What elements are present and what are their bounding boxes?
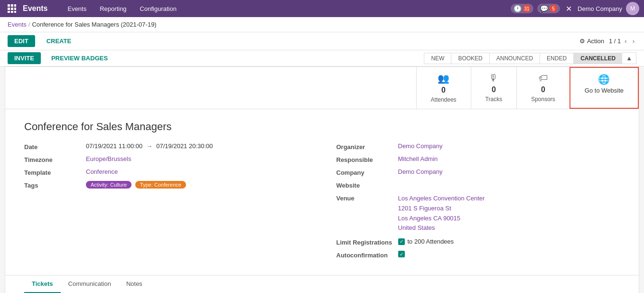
prev-page-button[interactable]: ‹ [623, 37, 628, 46]
invite-button[interactable]: INVITE [8, 52, 41, 64]
svg-rect-0 [8, 4, 10, 7]
limit-reg-value: ✓ to 200 Attendees [398, 238, 454, 245]
autoconfirm-checkbox[interactable]: ✓ [398, 251, 405, 257]
organizer-value[interactable]: Demo Company [398, 142, 443, 150]
company-name[interactable]: Demo Company [578, 5, 622, 12]
organizer-label: Organizer [336, 142, 398, 151]
website-field-row: Website [336, 181, 620, 189]
breadcrumb-parent[interactable]: Events [8, 21, 27, 28]
status-step-announced[interactable]: ANNOUNCED [489, 53, 540, 64]
attendees-button[interactable]: 👥 0 Attendees [416, 67, 471, 109]
limit-reg-field-row: Limit Registrations ✓ to 200 Attendees [336, 238, 620, 246]
gear-icon: ⚙ [579, 38, 585, 45]
responsible-value[interactable]: Mitchell Admin [398, 155, 438, 162]
smart-buttons: 👥 0 Attendees 🎙 0 Tracks 🏷 0 Sponsors 🌐 … [5, 67, 639, 109]
venue-label: Venue [336, 194, 398, 202]
website-icon: 🌐 [598, 74, 610, 85]
venue-line4: United States [398, 223, 485, 233]
grid-icon[interactable] [5, 0, 19, 17]
attendees-icon: 👥 [438, 73, 449, 84]
form-title: Conference for Sales Managers [24, 121, 620, 133]
tag-conference[interactable]: Type: Conference [135, 181, 186, 189]
svg-rect-6 [8, 11, 10, 13]
tracks-button[interactable]: 🎙 0 Tracks [471, 67, 517, 109]
avatar[interactable]: M [626, 2, 639, 15]
action-label: Action [587, 38, 604, 45]
date-field-row: Date 07/19/2021 11:00:00 → 07/19/2021 20… [24, 142, 308, 151]
close-icon[interactable]: ✕ [564, 4, 574, 13]
breadcrumb-separator: / [28, 21, 30, 28]
venue-address[interactable]: Los Angeles Convention Center 1201 S Fig… [398, 194, 485, 233]
sponsors-button[interactable]: 🏷 0 Sponsors [516, 67, 569, 109]
tags-label: Tags [24, 181, 86, 189]
status-step-ended[interactable]: ENDED [540, 53, 573, 64]
website-label: Website [336, 181, 398, 189]
venue-line2: 1201 S Figueroa St [398, 204, 485, 214]
tab-communication[interactable]: Communication [61, 275, 119, 293]
date-label: Date [24, 142, 86, 151]
responsible-field-row: Responsible Mitchell Admin [336, 155, 620, 163]
sponsors-count: 0 [541, 85, 545, 94]
fields-right: Organizer Demo Company Responsible Mitch… [336, 142, 620, 264]
autoconfirm-field-row: Autoconfirmation ✓ [336, 251, 620, 259]
tabs-container: Tickets Communication Notes [5, 275, 639, 293]
breadcrumb: Events / Conference for Sales Managers (… [0, 17, 644, 32]
app-brand[interactable]: Events [19, 4, 51, 13]
tags-field-row: Tags Activity: Culture Type: Conference [24, 181, 308, 189]
pagination-count: 1 / 1 [609, 38, 621, 45]
company-field-row: Company Demo Company [336, 168, 620, 176]
navbar-menu: Events Reporting Configuration [61, 0, 511, 17]
edit-button[interactable]: EDIT [8, 35, 35, 47]
venue-field-row: Venue Los Angeles Convention Center 1201… [336, 194, 620, 233]
action-menu[interactable]: ⚙ Action [579, 38, 604, 45]
create-button[interactable]: CREATE [40, 35, 78, 47]
svg-rect-5 [14, 8, 16, 10]
timezone-label: Timezone [24, 155, 86, 163]
tab-tickets[interactable]: Tickets [24, 275, 61, 293]
limit-reg-checkbox[interactable]: ✓ [398, 238, 405, 245]
status-step-booked[interactable]: BOOKED [451, 53, 489, 64]
notifications-badge[interactable]: 🕐 31 [511, 4, 533, 13]
next-page-button[interactable]: › [631, 37, 636, 46]
nav-reporting[interactable]: Reporting [93, 0, 133, 17]
sponsors-label: Sponsors [531, 96, 555, 103]
venue-line3: Los Angeles CA 90015 [398, 214, 485, 224]
company-value[interactable]: Demo Company [398, 168, 443, 175]
tabs: Tickets Communication Notes [24, 275, 620, 293]
messages-badge[interactable]: 💬 5 [537, 4, 560, 13]
status-steps: NEW BOOKED ANNOUNCED ENDED CANCELLED ▲ [424, 52, 636, 64]
timezone-value[interactable]: Europe/Brussels [86, 155, 131, 162]
nav-events[interactable]: Events [61, 0, 93, 17]
pagination: 1 / 1 ‹ › [609, 37, 636, 46]
status-step-cancelled[interactable]: CANCELLED [573, 53, 622, 64]
limit-reg-text: to 200 Attendees [408, 238, 454, 245]
attendees-label: Attendees [431, 96, 457, 103]
svg-rect-3 [8, 8, 10, 10]
tracks-icon: 🎙 [489, 73, 498, 84]
svg-rect-2 [14, 4, 16, 7]
nav-configuration[interactable]: Configuration [133, 0, 183, 17]
form-container: Conference for Sales Managers Date 07/19… [5, 109, 639, 275]
preview-badges-button[interactable]: PREVIEW BADGES [45, 52, 114, 64]
website-label: Go to Website [585, 87, 624, 94]
status-step-new[interactable]: NEW [424, 53, 451, 64]
autoconfirm-label: Autoconfirmation [336, 251, 398, 259]
sponsors-icon: 🏷 [539, 73, 548, 84]
attendees-count: 0 [441, 86, 446, 95]
navbar: Events Events Reporting Configuration 🕐 … [0, 0, 644, 17]
breadcrumb-current: Conference for Sales Managers (2021-07-1… [32, 21, 156, 28]
template-label: Template [24, 168, 86, 176]
timezone-field-row: Timezone Europe/Brussels [24, 155, 308, 163]
website-button[interactable]: 🌐 Go to Website [569, 67, 639, 109]
tag-culture[interactable]: Activity: Culture [86, 181, 131, 189]
tab-notes[interactable]: Notes [119, 275, 150, 293]
tracks-count: 0 [492, 85, 496, 94]
content-wrapper: 👥 0 Attendees 🎙 0 Tracks 🏷 0 Sponsors 🌐 … [5, 66, 639, 293]
status-expand-button[interactable]: ▲ [622, 52, 636, 64]
action-bar: EDIT CREATE ⚙ Action 1 / 1 ‹ › [0, 32, 644, 50]
venue-line1: Los Angeles Convention Center [398, 194, 485, 204]
svg-rect-4 [11, 8, 13, 10]
date-from: 07/19/2021 11:00:00 [86, 142, 142, 150]
template-value[interactable]: Conference [86, 168, 118, 175]
fields-left: Date 07/19/2021 11:00:00 → 07/19/2021 20… [24, 142, 308, 264]
